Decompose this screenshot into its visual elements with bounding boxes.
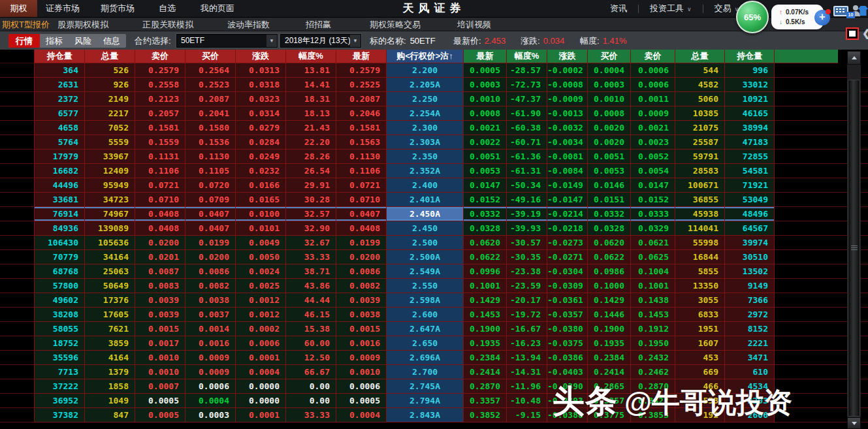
- put-oi-cell[interactable]: 54581: [725, 164, 775, 178]
- call-vol-cell[interactable]: 139089: [85, 221, 135, 236]
- strike-cell[interactable]: 2.549A: [387, 264, 464, 279]
- put-pct-cell[interactable]: -60.38: [507, 121, 547, 135]
- put-vol-cell[interactable]: 544: [675, 63, 725, 78]
- put-last-cell[interactable]: 0.0003: [464, 78, 507, 92]
- call-column-header[interactable]: 买价: [185, 50, 236, 63]
- put-vol-cell[interactable]: 13350: [675, 279, 725, 293]
- put-bid-cell[interactable]: 0.0620: [588, 236, 631, 250]
- put-last-cell[interactable]: 0.1001: [464, 279, 507, 293]
- put-chg-cell[interactable]: -0.0149: [547, 178, 588, 193]
- call-ask-cell[interactable]: 0.0201: [135, 250, 185, 264]
- top-nav-item-4[interactable]: 我的页面: [201, 0, 234, 17]
- strike-cell[interactable]: 2.401A: [387, 193, 464, 207]
- contract-select[interactable]: 50ETF: [176, 34, 278, 48]
- strike-cell[interactable]: 2.700: [387, 365, 464, 379]
- put-ask-cell[interactable]: 0.0147: [631, 178, 675, 193]
- put-ask-cell[interactable]: 0.1004: [631, 264, 675, 279]
- call-last-cell[interactable]: 0.0710: [336, 193, 387, 207]
- put-oi-cell[interactable]: 2972: [725, 308, 775, 322]
- put-vol-cell[interactable]: 3055: [675, 293, 725, 308]
- call-pct-cell[interactable]: 0.00: [286, 379, 336, 394]
- call-bid-cell[interactable]: 0.0199: [185, 236, 236, 250]
- scrollbar-thumb[interactable]: [848, 80, 860, 417]
- put-pct-cell[interactable]: -10.48: [507, 394, 547, 408]
- put-bid-cell[interactable]: 0.0332: [588, 207, 631, 221]
- put-chg-cell[interactable]: -0.0380: [547, 322, 588, 336]
- call-chg-cell[interactable]: 0.0012: [236, 308, 286, 322]
- put-vol-cell[interactable]: 100671: [675, 178, 725, 193]
- strike-cell[interactable]: 2.400: [387, 178, 464, 193]
- call-ask-cell[interactable]: 0.1131: [135, 150, 185, 164]
- call-pct-cell[interactable]: 21.43: [286, 121, 336, 135]
- put-oi-cell[interactable]: 10921: [725, 92, 775, 106]
- put-pct-cell[interactable]: -14.31: [507, 365, 547, 379]
- call-vol-cell[interactable]: 50649: [85, 279, 135, 293]
- put-last-cell[interactable]: 0.0622: [464, 250, 507, 264]
- strike-cell[interactable]: 2.550: [387, 279, 464, 293]
- put-pct-cell[interactable]: -39.93: [507, 221, 547, 236]
- call-chg-cell[interactable]: 0.0024: [236, 264, 286, 279]
- put-vol-cell[interactable]: 453: [675, 351, 725, 365]
- top-nav-item-3[interactable]: 自选: [159, 0, 176, 17]
- put-last-cell[interactable]: 0.0152: [464, 193, 507, 207]
- strike-cell[interactable]: 2.450: [387, 221, 464, 236]
- put-ask-cell[interactable]: 0.0329: [631, 221, 675, 236]
- call-last-cell[interactable]: 0.0009: [336, 351, 387, 365]
- expiry-select[interactable]: 2018年12月 (13天): [280, 34, 361, 48]
- call-bid-cell[interactable]: 0.0006: [185, 379, 236, 394]
- call-ask-cell[interactable]: 0.2558: [135, 78, 185, 92]
- call-ask-cell[interactable]: 0.0010: [135, 365, 185, 379]
- call-oi-cell[interactable]: 364: [35, 63, 85, 78]
- put-last-cell[interactable]: 0.0005: [464, 63, 507, 78]
- top-nav-item-1[interactable]: 证券市场: [46, 0, 80, 17]
- call-bid-cell[interactable]: 0.0086: [185, 264, 236, 279]
- call-last-cell[interactable]: 0.0016: [336, 336, 387, 351]
- view-tab-信息[interactable]: 信息: [97, 34, 126, 48]
- put-ask-cell[interactable]: 0.1453: [631, 308, 675, 322]
- call-last-cell[interactable]: 0.0199: [336, 236, 387, 250]
- put-chg-cell[interactable]: -0.0218: [547, 221, 588, 236]
- call-ask-cell[interactable]: 0.2579: [135, 63, 185, 78]
- strike-cell[interactable]: 2.350: [387, 150, 464, 164]
- put-bid-cell[interactable]: 0.0051: [588, 150, 631, 164]
- call-last-cell[interactable]: 0.0082: [336, 279, 387, 293]
- put-chg-cell[interactable]: -0.0013: [547, 106, 588, 121]
- call-last-cell[interactable]: 0.0408: [336, 221, 387, 236]
- call-pct-cell[interactable]: 29.91: [286, 178, 336, 193]
- call-oi-cell[interactable]: 57800: [35, 279, 85, 293]
- put-vol-cell[interactable]: 669: [675, 365, 725, 379]
- put-chg-cell[interactable]: -0.0309: [547, 279, 588, 293]
- put-vol-cell[interactable]: 36855: [675, 193, 725, 207]
- put-vol-cell[interactable]: 114041: [675, 221, 725, 236]
- restore-window-button[interactable]: [846, 27, 859, 40]
- call-ask-cell[interactable]: 0.0408: [135, 221, 185, 236]
- put-ask-cell[interactable]: 0.0052: [631, 150, 675, 164]
- call-chg-cell[interactable]: 0.0313: [236, 63, 286, 78]
- strike-cell[interactable]: 2.600: [387, 308, 464, 322]
- call-oi-cell[interactable]: 2631: [35, 78, 85, 92]
- put-oi-cell[interactable]: 46165: [725, 106, 775, 121]
- strike-cell[interactable]: 2.745A: [387, 379, 464, 394]
- call-chg-cell[interactable]: 0.0318: [236, 78, 286, 92]
- put-bid-cell[interactable]: 0.0146: [588, 178, 631, 193]
- view-tab-行情[interactable]: 行情: [8, 34, 40, 48]
- call-oi-cell[interactable]: 16682: [35, 164, 85, 178]
- call-chg-cell[interactable]: 0.0001: [236, 351, 286, 365]
- sub-nav-item-6[interactable]: 培训视频: [457, 18, 491, 31]
- call-vol-cell[interactable]: 1379: [85, 365, 135, 379]
- call-oi-cell[interactable]: 35596: [35, 351, 85, 365]
- put-vol-cell[interactable]: 55998: [675, 236, 725, 250]
- strike-cell[interactable]: 2.450A: [387, 207, 464, 221]
- put-bid-cell[interactable]: 0.0622: [588, 250, 631, 264]
- put-column-header[interactable]: 卖价: [631, 50, 675, 63]
- put-last-cell[interactable]: 0.0053: [464, 164, 507, 178]
- put-oi-cell[interactable]: 72855: [725, 150, 775, 164]
- call-ask-cell[interactable]: 0.0007: [135, 379, 185, 394]
- call-bid-cell[interactable]: 0.1536: [185, 135, 236, 150]
- put-pct-cell[interactable]: -20.17: [507, 293, 547, 308]
- put-oi-cell[interactable]: 610: [725, 365, 775, 379]
- call-pct-cell[interactable]: 28.26: [286, 150, 336, 164]
- sub-nav-item-3[interactable]: 波动率指数: [227, 18, 270, 31]
- put-ask-cell[interactable]: 0.0625: [631, 250, 675, 264]
- call-last-cell[interactable]: 0.2087: [336, 92, 387, 106]
